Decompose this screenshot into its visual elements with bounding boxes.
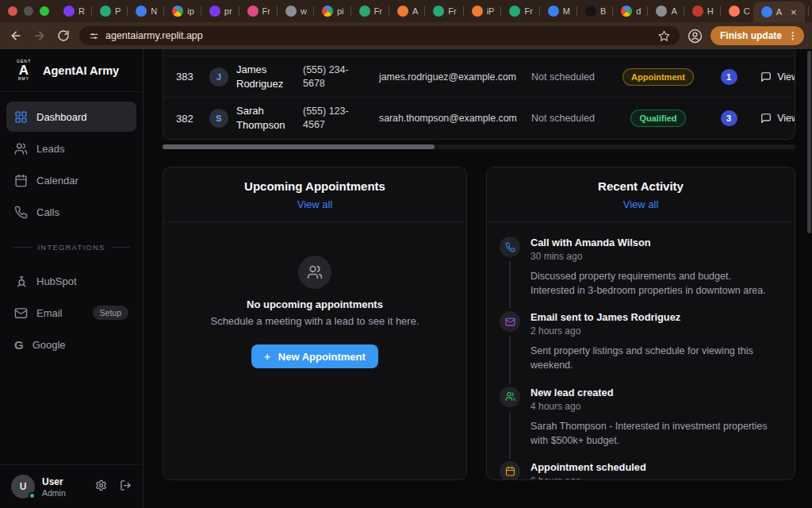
browser-tab[interactable]: Fr — [497, 0, 535, 22]
view-lead-button[interactable]: View — [753, 71, 795, 83]
maximize-window-button[interactable] — [40, 6, 49, 16]
browser-profile-icon[interactable] — [688, 29, 703, 44]
nav-item-label: Calendar — [36, 175, 79, 187]
tab-label: M — [563, 6, 570, 16]
sidebar-footer: U User Admin — [0, 464, 143, 508]
horizontal-scrollbar-thumb[interactable] — [163, 144, 435, 149]
browser-tab[interactable]: A × — [753, 2, 805, 22]
address-bar[interactable]: agentaiarmy.replit.app — [79, 26, 680, 45]
browser-tab[interactable]: pr — [197, 0, 236, 22]
site-settings-icon[interactable] — [89, 31, 99, 41]
browser-tab[interactable]: N — [124, 0, 160, 22]
sidebar-nav-item[interactable]: Calendar — [6, 165, 136, 195]
lead-phone: (555) 123-4567 — [298, 105, 368, 132]
back-button[interactable] — [8, 28, 24, 44]
close-window-button[interactable] — [8, 6, 17, 16]
browser-tab[interactable]: B — [573, 0, 609, 22]
browser-tab[interactable]: Fr — [347, 0, 385, 22]
timeline-connector — [509, 336, 511, 383]
tab-label: Fr — [262, 6, 270, 16]
minimize-window-button[interactable] — [24, 6, 33, 16]
tab-label: B — [600, 6, 606, 16]
leads-table-card: 383 J James Rodriguez (555) 234-5678 jam… — [163, 49, 795, 140]
sidebar-nav-item[interactable]: Leads — [6, 133, 136, 164]
browser-tab[interactable]: pi — [310, 0, 347, 22]
browser-tab[interactable]: R — [60, 0, 88, 22]
user-role: Admin — [42, 488, 66, 498]
tab-label: N — [151, 6, 157, 16]
browser-tab[interactable]: H — [680, 0, 717, 22]
browser-tab[interactable]: M — [536, 0, 573, 22]
lead-table-row[interactable]: 383 J James Rodriguez (555) 234-5678 jam… — [163, 56, 795, 98]
browser-tab[interactable]: iP — [460, 0, 498, 22]
url-text[interactable]: agentaiarmy.replit.app — [105, 30, 652, 41]
tab-label: P — [115, 6, 121, 16]
view-lead-button[interactable]: View — [753, 113, 795, 124]
activity-item[interactable]: Email sent to James Rodriguez 2 hours ag… — [500, 311, 776, 386]
logout-button[interactable] — [120, 479, 132, 495]
horizontal-scrollbar[interactable] — [163, 144, 795, 149]
integration-label: Google — [33, 339, 66, 351]
browser-tab[interactable]: ip — [160, 0, 197, 22]
tab-label: A — [671, 6, 676, 16]
browser-tab[interactable]: d — [609, 0, 644, 22]
tab-close-icon[interactable]: × — [791, 7, 797, 17]
activity-title: Recent Activity — [500, 179, 782, 193]
lead-id: 383 — [163, 71, 209, 83]
chat-bubble-icon — [760, 113, 772, 124]
integration-label: HubSpot — [36, 275, 77, 287]
lead-table-row[interactable]: 382 S Sarah Thompson (555) 123-4567 sara… — [163, 98, 795, 139]
appointments-title: Upcoming Appointments — [176, 179, 454, 193]
lead-name: James Rodriguez — [236, 63, 298, 90]
forward-arrow-icon — [33, 29, 46, 42]
settings-button[interactable] — [95, 479, 107, 495]
browser-tab[interactable]: A — [385, 0, 421, 22]
nav-item-label: Dashboard — [36, 111, 87, 123]
browser-tab[interactable]: C — [717, 0, 753, 22]
leads-icon — [14, 142, 28, 156]
app-name: AgentAI Army — [43, 64, 119, 77]
bookmark-star-icon[interactable] — [658, 30, 670, 42]
activity-item[interactable]: Appointment scheduled 6 hours ago Proper… — [500, 461, 776, 480]
activity-item-time: 2 hours ago — [530, 325, 776, 337]
avatar[interactable]: U — [11, 475, 35, 498]
sidebar-nav-item[interactable]: Dashboard — [6, 102, 136, 132]
reload-button[interactable] — [56, 28, 71, 44]
appointments-view-all-link[interactable]: View all — [297, 198, 333, 210]
browser-tab[interactable]: w — [274, 0, 310, 22]
tab-favicon — [509, 6, 520, 17]
activity-item[interactable]: New lead created 4 hours ago Sarah Thomp… — [500, 387, 776, 461]
forward-button[interactable] — [32, 28, 48, 44]
vertical-scrollbar[interactable] — [806, 49, 812, 508]
browser-tab[interactable]: G — [805, 0, 812, 22]
integration-item[interactable]: HubSpot — [6, 266, 136, 296]
integration-item[interactable]: G Google — [6, 329, 136, 360]
finish-update-button[interactable]: Finish update ⋮ — [710, 26, 804, 45]
browser-tab[interactable]: Fr — [236, 0, 274, 22]
tab-label: A — [412, 6, 418, 16]
activity-item[interactable]: Call with Amanda Wilson 30 mins ago Disc… — [500, 237, 776, 311]
tab-label: pi — [337, 6, 344, 16]
tab-label: A — [776, 7, 782, 17]
browser-tab[interactable]: Fr — [421, 0, 459, 22]
browser-tab[interactable]: A — [644, 0, 680, 22]
status-badge: Qualified — [630, 110, 685, 127]
new-appointment-button[interactable]: + New Appointment — [251, 344, 378, 368]
user-name: User — [42, 476, 66, 487]
vertical-scrollbar-thumb[interactable] — [807, 51, 811, 233]
browser-tab[interactable]: P — [88, 0, 124, 22]
nav-item-label: Calls — [36, 206, 59, 218]
activity-item-title: Call with Amanda Wilson — [530, 237, 776, 248]
activity-view-all-link[interactable]: View all — [623, 198, 659, 210]
sidebar-nav-item[interactable]: Calls — [6, 197, 136, 227]
activity-item-time: 6 hours ago — [530, 475, 776, 480]
tab-favicon — [692, 6, 703, 17]
app-logo: GENT A RMY — [11, 58, 36, 83]
tab-favicon — [322, 6, 333, 17]
window-controls — [8, 6, 49, 16]
lead-email: sarah.thompson@example.com — [368, 113, 523, 124]
user-meta: User Admin — [42, 476, 66, 498]
integration-item[interactable]: Email Setup — [6, 298, 136, 328]
tab-favicon — [397, 6, 408, 17]
kebab-menu-icon[interactable]: ⋮ — [787, 30, 799, 41]
